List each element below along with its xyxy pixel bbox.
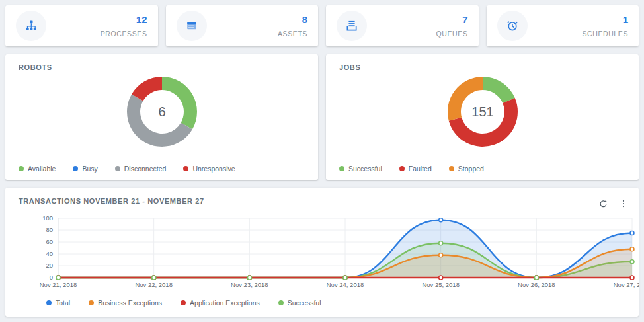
data-point [630,247,634,251]
legend-label: Business Exceptions [98,299,162,307]
stat-label: PROCESSES [101,30,147,38]
legend-label: Successful [288,299,321,307]
jobs-segment-successful [483,77,515,103]
schedules-icon [497,11,528,41]
legend-label: Total [56,299,70,307]
stat-card-text: 12 PROCESSES [101,15,147,38]
stat-value: 1 [582,15,628,24]
robots-donut-svg: 6 [124,74,200,149]
data-point [152,276,156,280]
stat-card-text: 1 SCHEDULES [582,15,628,38]
jobs-legend: Successful Faulted Stopped [339,165,484,173]
assets-icon [177,11,207,41]
transactions-legend: Total Business Exceptions Application Ex… [5,295,639,307]
robots-center-value: 6 [158,104,165,119]
legend-dot [183,166,188,171]
legend-item-total[interactable]: Total [46,299,70,307]
data-point [630,231,634,235]
transactions-panel-title: TRANSACTIONS NOVEMBER 21 - NOVEMBER 27 [19,197,204,205]
data-point [439,241,443,245]
x-tick-label: Nov 26, 2018 [518,281,555,288]
legend-item-disconnected[interactable]: Disconnected [115,165,167,173]
legend-dot [339,166,344,171]
x-tick-label: Nov 25, 2018 [422,281,460,288]
queues-icon [337,11,367,41]
legend-dot [46,300,52,305]
jobs-panel: JOBS 151 Successful Faulted Stopped [326,54,639,180]
legend-item-faulted[interactable]: Faulted [399,165,432,173]
stats-row: 12 PROCESSES 8 ASSETS 7 QUEUES 1 [5,5,639,46]
refresh-button[interactable] [597,198,610,210]
stat-label: QUEUES [436,30,468,38]
stat-label: ASSETS [278,30,307,38]
legend-dot [73,166,78,171]
y-tick-label: 60 [46,238,53,245]
legend-dot [19,166,24,171]
stat-label: SCHEDULES [582,30,628,38]
y-tick-label: 0 [50,274,53,281]
legend-item-successful[interactable]: Successful [339,165,382,173]
legend-item-successful[interactable]: Successful [278,299,321,307]
legend-label: Available [28,165,56,173]
processes-icon [16,11,46,41]
y-tick-label: 40 [46,250,53,257]
legend-dot [399,166,405,171]
x-tick-label: Nov 23, 2018 [231,281,268,288]
jobs-center-value: 151 [471,104,493,119]
data-point [630,276,634,280]
robots-panel: ROBOTS 6 Available Busy Disconnected Unr… [5,54,318,180]
legend-dot [278,300,284,305]
transactions-panel: TRANSACTIONS NOVEMBER 21 - NOVEMBER 27 [5,188,639,317]
legend-label: Successful [348,165,382,173]
donut-row: ROBOTS 6 Available Busy Disconnected Unr… [5,54,639,180]
refresh-icon [598,201,608,211]
legend-item-stopped[interactable]: Stopped [449,165,484,173]
data-point [439,253,443,257]
transactions-line-chart: 020406080100Nov 21, 2018Nov 22, 2018Nov … [5,213,639,295]
legend-dot [115,166,120,171]
legend-label: Busy [82,165,97,173]
jobs-donut-chart: 151 [326,74,639,149]
legend-item-unresponsive[interactable]: Unresponsive [183,165,235,173]
y-tick-label: 80 [46,226,53,233]
stat-card-queues[interactable]: 7 QUEUES [326,5,479,46]
x-tick-label: Nov 27, 2018 [614,281,639,288]
robots-donut-chart: 6 [5,74,318,149]
legend-item-busy[interactable]: Busy [73,165,97,173]
stat-value: 7 [436,15,468,24]
legend-label: Disconnected [124,165,167,173]
data-point [439,276,443,280]
legend-dot [89,300,94,305]
data-point [534,276,538,280]
stat-card-text: 7 QUEUES [436,15,468,38]
x-tick-label: Nov 22, 2018 [135,281,173,288]
jobs-donut-svg: 151 [445,74,520,149]
stat-card-text: 8 ASSETS [278,15,307,38]
legend-label: Unresponsive [192,165,235,173]
legend-item-business-exceptions[interactable]: Business Exceptions [89,299,162,307]
dashboard-page: 12 PROCESSES 8 ASSETS 7 QUEUES 1 [0,0,644,322]
transactions-actions [597,197,629,210]
legend-dot [449,166,454,171]
stat-card-schedules[interactable]: 1 SCHEDULES [487,5,639,46]
data-point [56,276,60,280]
legend-dot [181,300,186,305]
kebab-menu-button[interactable] [618,197,629,210]
x-tick-label: Nov 24, 2018 [327,281,364,288]
x-tick-label: Nov 21, 2018 [40,281,77,288]
data-point [439,218,443,222]
stat-card-assets[interactable]: 8 ASSETS [166,5,319,46]
jobs-panel-title: JOBS [326,54,639,71]
stat-value: 8 [278,15,307,24]
legend-item-available[interactable]: Available [19,165,56,173]
robots-panel-title: ROBOTS [5,54,318,71]
robots-segment-available [162,77,197,130]
data-point [247,276,251,280]
legend-label: Stopped [458,165,484,173]
data-point [343,276,347,280]
kebab-menu-icon [619,201,628,211]
legend-label: Application Exceptions [190,299,260,307]
transactions-chart-svg: 020406080100Nov 21, 2018Nov 22, 2018Nov … [5,213,639,292]
stat-card-processes[interactable]: 12 PROCESSES [5,5,158,46]
legend-item-application-exceptions[interactable]: Application Exceptions [181,299,260,307]
